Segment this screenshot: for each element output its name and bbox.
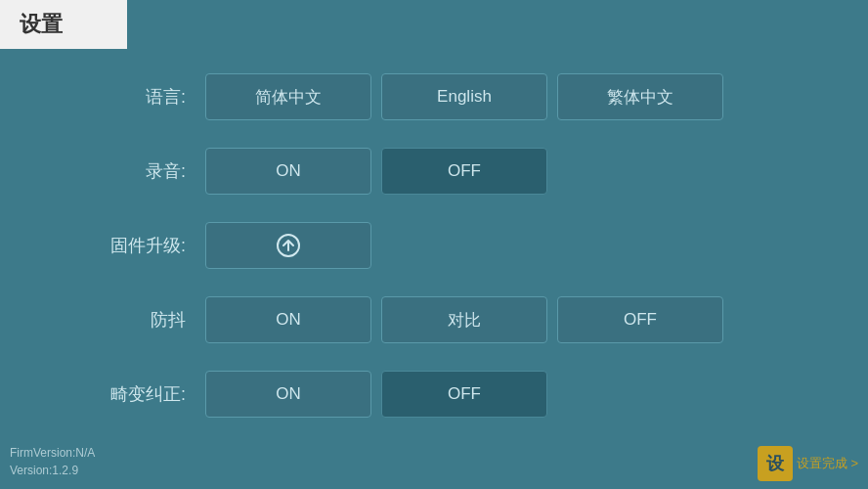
stabilization-off-button[interactable]: OFF <box>557 296 723 343</box>
version-text: Version:1.2.9 <box>10 462 95 479</box>
firmware-row: 固件升级: <box>78 217 790 274</box>
distortion-row: 畸变纠正: ON OFF <box>78 366 790 422</box>
stabilization-contrast-button[interactable]: 对比 <box>381 296 547 343</box>
firmware-options <box>205 222 371 269</box>
page-title: 设置 <box>20 10 63 39</box>
stabilization-options: ON 对比 OFF <box>205 296 723 343</box>
firmware-upload-button[interactable] <box>205 222 371 269</box>
recording-options: ON OFF <box>205 148 547 195</box>
logo-icon: 设 <box>758 446 793 481</box>
recording-off-button[interactable]: OFF <box>381 148 547 195</box>
header: 设置 <box>0 0 127 49</box>
firmware-label: 固件升级: <box>78 234 205 257</box>
distortion-label: 畸变纠正: <box>78 382 205 406</box>
logo-text: 设置完成 > <box>797 455 858 472</box>
language-row: 语言: 简体中文 English 繁体中文 <box>78 68 790 125</box>
language-simplified-button[interactable]: 简体中文 <box>205 73 371 120</box>
distortion-off-button[interactable]: OFF <box>381 371 547 418</box>
firm-version-text: FirmVersion:N/A <box>10 444 95 462</box>
stabilization-on-button[interactable]: ON <box>205 296 371 343</box>
language-options: 简体中文 English 繁体中文 <box>205 73 723 120</box>
recording-row: 录音: ON OFF <box>78 143 790 200</box>
distortion-options: ON OFF <box>205 371 547 418</box>
footer: FirmVersion:N/A Version:1.2.9 <box>10 444 95 479</box>
settings-panel: 语言: 简体中文 English 繁体中文 录音: ON OFF 固件升级: <box>0 49 868 460</box>
language-label: 语言: <box>78 85 205 109</box>
stabilization-row: 防抖 ON 对比 OFF <box>78 291 790 348</box>
language-english-button[interactable]: English <box>381 73 547 120</box>
recording-label: 录音: <box>78 159 205 183</box>
upload-icon <box>276 233 301 258</box>
recording-on-button[interactable]: ON <box>205 148 371 195</box>
stabilization-label: 防抖 <box>78 308 205 332</box>
logo-area: 设 设置完成 > <box>758 446 858 481</box>
language-traditional-button[interactable]: 繁体中文 <box>557 73 723 120</box>
distortion-on-button[interactable]: ON <box>205 371 371 418</box>
